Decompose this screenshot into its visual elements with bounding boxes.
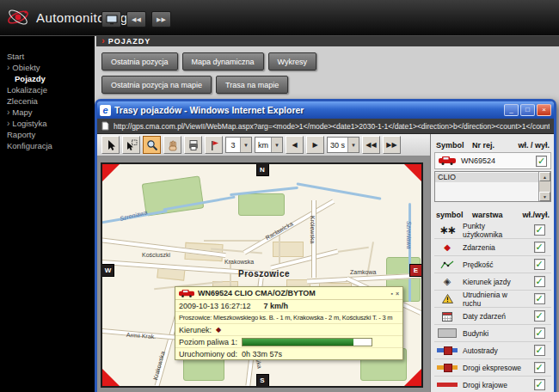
sidebar-item-zlecenia[interactable]: Zlecenia: [0, 95, 95, 107]
layer-label: Prędkość: [463, 260, 525, 269]
ie-window: e Trasy pojazdów - Windows Internet Expl…: [95, 99, 556, 392]
layer-checkbox[interactable]: [534, 242, 545, 253]
tooltip-datetime: 2009-10-13 16:27:12: [179, 302, 251, 310]
layer-label: Zdarzenia: [463, 243, 525, 252]
forward-button[interactable]: ▶▶: [151, 11, 171, 28]
car-icon: [179, 290, 194, 297]
layer-row: ◈ Kierunek jazdy: [434, 273, 551, 291]
direction-label: Kierunek:: [179, 326, 212, 334]
map[interactable]: Szreniawa Racławicka Królewska Kościuszk…: [101, 162, 423, 388]
zoom-tool-button[interactable]: [143, 136, 161, 154]
compass-east-marker: E: [409, 264, 422, 277]
layer-row: ◆ Zdarzenia: [434, 239, 551, 256]
motorway-symbol: [437, 348, 458, 352]
vehicle-listbox[interactable]: CLIO ▲ ▼: [434, 171, 551, 202]
layer-chec​kbox[interactable]: [534, 259, 545, 270]
rewind-button[interactable]: ◀◀: [126, 11, 146, 28]
compass-north-marker: N: [256, 163, 269, 176]
layer-checkbox[interactable]: [534, 293, 545, 304]
layer-label: Daty zdarzeń: [463, 312, 525, 321]
legend-label: Drogi ekspresowe: [463, 364, 525, 372]
fuel-fill: [243, 339, 353, 346]
url-text[interactable]: http://gps.cma.com.pl/ViewII/WebMap.aspx…: [114, 122, 550, 131]
national-road-symbol: [437, 383, 458, 387]
tooltip-pin-icon[interactable]: ▪: [390, 291, 392, 297]
legend-checkbox[interactable]: [534, 345, 545, 356]
layer-checkbox[interactable]: [534, 276, 545, 287]
dropdown-arrow-icon[interactable]: ▼: [347, 138, 359, 152]
user-points-icon: ∗∗: [434, 226, 460, 235]
layer-row: Utrudnienia w ruchu: [434, 291, 551, 308]
corner-marker-bottom-right: [404, 369, 421, 386]
scroll-down-button[interactable]: ▼: [539, 192, 550, 201]
compass-south-marker: S: [256, 374, 269, 387]
topbar: Automonitoring ◀◀ ▶▶: [0, 0, 559, 36]
sidebar-item-pojazdy[interactable]: Pojazdy: [0, 73, 95, 84]
tooltip-close-icon[interactable]: ×: [396, 291, 399, 297]
map-area: Szreniawa Racławicka Królewska Kościuszk…: [97, 156, 430, 392]
action-buttons: Ostatnia pozycja Mapa dynamiczna Wykresy…: [101, 52, 316, 99]
listbox-scrollbar[interactable]: ▲ ▼: [538, 172, 550, 201]
select-tool-button[interactable]: [122, 136, 140, 154]
tooltip-speed: 7 km/h: [264, 302, 289, 310]
section-chevron-icon: ›: [101, 37, 105, 45]
scale-value-dropdown[interactable]: 3 ▼: [225, 137, 252, 153]
map-toolbar: 3 ▼ km ▼ ◀ ▶ 30 s ▼ ◀◀ ▶▶: [97, 134, 430, 156]
sidebar-item-raporty[interactable]: Raporty: [0, 129, 95, 140]
uptime-value: 0h 33m 57s: [242, 350, 282, 358]
legend-checkbox[interactable]: [534, 328, 545, 339]
maximize-button[interactable]: □: [520, 104, 535, 116]
legend-checkbox[interactable]: [534, 379, 545, 390]
street-label: Królewska: [310, 216, 316, 243]
town-label: Proszowice: [238, 269, 290, 279]
dropdown-arrow-icon[interactable]: ▼: [240, 138, 251, 152]
vehicle-checkbox[interactable]: [536, 156, 547, 167]
chevron-icon: ›: [7, 108, 9, 116]
list-item-vehicle-name[interactable]: CLIO: [435, 173, 538, 182]
pan-tool-button[interactable]: [163, 136, 181, 154]
screen-button[interactable]: [101, 11, 121, 28]
layer-label: Punkty użytkownika: [463, 222, 525, 239]
step-back-button[interactable]: ◀: [286, 136, 304, 154]
marker-tool-button[interactable]: [205, 136, 223, 154]
section-header: › POJAZDY: [96, 35, 559, 46]
play-rewind-button[interactable]: ◀◀: [362, 136, 380, 154]
sidebar-item-lokalizacje[interactable]: Lokalizacje: [0, 84, 95, 95]
scale-unit-dropdown[interactable]: km ▼: [255, 137, 283, 153]
legend-checkbox[interactable]: [534, 362, 545, 373]
interval-value: 30 s: [328, 141, 347, 150]
layer-checkbox[interactable]: [534, 310, 545, 322]
ie-icon: e: [100, 105, 111, 116]
sidebar-item-konfiguracja[interactable]: Konfiguracja: [0, 140, 95, 151]
dropdown-arrow-icon[interactable]: ▼: [271, 138, 282, 152]
close-button[interactable]: ×: [537, 104, 551, 116]
step-forward-button[interactable]: ▶: [306, 136, 324, 154]
print-button[interactable]: [184, 136, 202, 154]
vehicle-row[interactable]: WN69524: [434, 152, 551, 169]
ostatnia-pozycja-button[interactable]: Ostatnia pozycja: [101, 52, 178, 70]
sidebar-item-start[interactable]: Start: [0, 51, 95, 62]
trasa-na-mapie-button[interactable]: Trasa na mapie: [216, 76, 288, 94]
pointer-tool-button[interactable]: [101, 136, 120, 154]
interval-dropdown[interactable]: 30 s ▼: [327, 137, 359, 153]
car-icon: [439, 156, 456, 165]
map-park: [238, 193, 285, 216]
scroll-up-button[interactable]: ▲: [539, 172, 550, 181]
sidebar-item-logistyka[interactable]: ›Logistyka: [0, 118, 95, 129]
select-cursor-icon: [126, 139, 138, 151]
scale-value: 3: [226, 141, 240, 150]
play-forward-button[interactable]: ▶▶: [383, 136, 401, 154]
river: [408, 203, 411, 302]
minimize-button[interactable]: _: [504, 104, 519, 116]
printer-icon: [187, 139, 200, 151]
mapa-dynamiczna-button[interactable]: Mapa dynamiczna: [182, 52, 264, 70]
sidebar-item-mapy[interactable]: ›Mapy: [0, 107, 95, 118]
page-icon: [101, 121, 109, 131]
address-bar: http://gps.cma.com.pl/ViewII/WebMap.aspx…: [97, 119, 554, 134]
ostatnia-pozycja-na-mapie-button[interactable]: Ostatnia pozycja na mapie: [101, 76, 212, 94]
sidebar: Start ›Obiekty Pojazdy Lokalizacje Zlece…: [0, 35, 95, 392]
sidebar-item-obiekty[interactable]: ›Obiekty: [0, 62, 95, 73]
wykresy-button[interactable]: Wykresy: [268, 52, 316, 70]
window-titlebar[interactable]: e Trasy pojazdów - Windows Internet Expl…: [97, 101, 554, 119]
layer-checkbox[interactable]: [534, 224, 545, 236]
